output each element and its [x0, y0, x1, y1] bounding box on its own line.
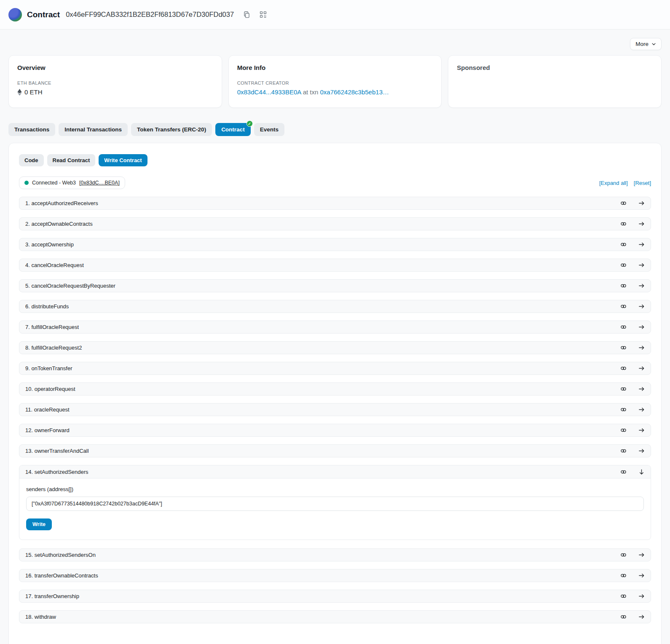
senders-param-label: senders (address[]) [26, 486, 644, 492]
creation-txn-link[interactable]: 0xa7662428c3b5eb13… [320, 88, 389, 96]
function-row-setAuthorizedSendersOn[interactable]: 15. setAuthorizedSendersOn [19, 548, 651, 561]
tab-events[interactable]: Events [254, 123, 284, 136]
function-row-acceptAuthorizedReceivers[interactable]: 1. acceptAuthorizedReceivers [19, 197, 651, 210]
expand-arrow-icon[interactable] [638, 593, 645, 599]
subtab-read-contract[interactable]: Read Contract [47, 154, 96, 166]
function-label: 5. cancelOracleRequestByRequester [25, 283, 115, 289]
permalink-icon[interactable] [620, 345, 627, 351]
expand-all-link[interactable]: [Expand all] [599, 180, 628, 186]
permalink-icon[interactable] [620, 469, 627, 475]
permalink-icon[interactable] [620, 386, 627, 392]
page-content: More Overview ETH BALANCE 0 ETH More Inf… [0, 29, 670, 644]
permalink-icon[interactable] [620, 593, 627, 599]
permalink-icon[interactable] [620, 427, 627, 433]
contract-subtabs: Code Read Contract Write Contract [19, 154, 651, 166]
function-row-cancelOracleRequestByRequester[interactable]: 5. cancelOracleRequestByRequester [19, 279, 651, 292]
function-row-oracleRequest[interactable]: 11. oracleRequest [19, 403, 651, 416]
subtab-code[interactable]: Code [19, 154, 44, 166]
function-label: 10. operatorRequest [25, 386, 75, 392]
permalink-icon[interactable] [620, 572, 627, 579]
permalink-icon[interactable] [620, 448, 627, 454]
reset-link[interactable]: [Reset] [634, 180, 651, 186]
write-button[interactable]: Write [26, 518, 52, 530]
expand-arrow-icon[interactable] [638, 365, 645, 371]
function-row-distributeFunds[interactable]: 6. distributeFunds [19, 300, 651, 313]
expand-arrow-icon[interactable] [638, 324, 645, 330]
expand-arrow-icon[interactable] [638, 552, 645, 558]
eth-balance-label: ETH BALANCE [17, 80, 213, 86]
subtab-write-contract[interactable]: Write Contract [99, 154, 147, 166]
connection-status-text: Connected - Web3 [32, 180, 76, 186]
function-row-acceptOwnableContracts[interactable]: 2. acceptOwnableContracts [19, 217, 651, 230]
function-row-ownerTransferAndCall[interactable]: 13. ownerTransferAndCall [19, 444, 651, 457]
connected-dot-icon [24, 181, 29, 185]
write-function-form: senders (address[]) Write [19, 478, 651, 540]
expand-arrow-icon[interactable] [638, 283, 645, 289]
permalink-icon[interactable] [620, 200, 627, 206]
permalink-icon[interactable] [620, 614, 627, 620]
contract-avatar [8, 8, 22, 21]
permalink-icon[interactable] [620, 303, 627, 310]
permalink-icon[interactable] [620, 552, 627, 558]
expand-arrow-icon[interactable] [638, 386, 645, 392]
tab-transactions[interactable]: Transactions [8, 123, 55, 136]
expand-arrow-icon[interactable] [638, 572, 645, 579]
expand-arrow-icon[interactable] [638, 303, 645, 310]
permalink-icon[interactable] [620, 365, 627, 371]
tab-contract[interactable]: Contract ✓ [215, 123, 251, 136]
function-label: 2. acceptOwnableContracts [25, 221, 93, 227]
qr-code-icon[interactable] [260, 11, 267, 18]
function-row-cancelOracleRequest[interactable]: 4. cancelOracleRequest [19, 259, 651, 272]
expand-arrow-icon[interactable] [638, 345, 645, 351]
expand-arrow-icon[interactable] [638, 406, 645, 413]
function-row-transferOwnership[interactable]: 17. transferOwnership [19, 590, 651, 603]
function-row-setAuthorizedSenders[interactable]: 14. setAuthorizedSenders [19, 465, 651, 478]
function-label: 18. withdraw [25, 614, 56, 620]
expand-arrow-icon[interactable] [638, 614, 645, 620]
function-expanded-setAuthorizedSenders: 14. setAuthorizedSenders senders (addres… [19, 465, 651, 540]
creator-address-link[interactable]: 0x83dC44...4933BE0A [237, 88, 301, 96]
permalink-icon[interactable] [620, 324, 627, 330]
eth-balance-value-row: 0 ETH [17, 88, 213, 96]
function-label: 17. transferOwnership [25, 593, 79, 599]
function-row-withdraw[interactable]: 18. withdraw [19, 610, 651, 623]
tab-internal-transactions[interactable]: Internal Transactions [59, 123, 128, 136]
tab-token-transfers[interactable]: Token Transfers (ERC-20) [131, 123, 212, 136]
status-row: Connected - Web3 [0x83dC....BE0A] [Expan… [19, 176, 651, 189]
permalink-icon[interactable] [620, 241, 627, 248]
overview-card-title: Overview [17, 64, 213, 71]
function-label: 13. ownerTransferAndCall [25, 448, 89, 454]
permalink-icon[interactable] [620, 262, 627, 268]
expand-arrow-icon[interactable] [638, 262, 645, 268]
function-label: 4. cancelOracleRequest [25, 262, 84, 268]
function-label: 8. fulfillOracleRequest2 [25, 345, 82, 351]
copy-icon[interactable] [243, 11, 250, 18]
collapse-arrow-icon[interactable] [638, 469, 645, 475]
permalink-icon[interactable] [620, 406, 627, 413]
expand-arrow-icon[interactable] [638, 427, 645, 433]
function-row-ownerForward[interactable]: 12. ownerForward [19, 424, 651, 437]
overview-card: Overview ETH BALANCE 0 ETH [8, 55, 222, 108]
connected-wallet-link[interactable]: [0x83dC....BE0A] [79, 180, 120, 186]
senders-param-input[interactable] [26, 497, 644, 511]
contract-address: 0x46eFF99CAB332f1B2EB2Ff6813D67e7D30FDd0… [66, 11, 234, 19]
more-row: More [8, 38, 662, 50]
expand-arrow-icon[interactable] [638, 200, 645, 206]
permalink-icon[interactable] [620, 283, 627, 289]
expand-arrow-icon[interactable] [638, 221, 645, 227]
function-row-fulfillOracleRequest[interactable]: 7. fulfillOracleRequest [19, 321, 651, 334]
creator-connector-text: at txn [303, 88, 319, 96]
function-row-onTokenTransfer[interactable]: 9. onTokenTransfer [19, 362, 651, 375]
list-actions: [Expand all] [Reset] [599, 180, 651, 186]
function-row-operatorRequest[interactable]: 10. operatorRequest [19, 382, 651, 395]
contract-panel: Code Read Contract Write Contract Connec… [8, 143, 662, 644]
function-row-acceptOwnership[interactable]: 3. acceptOwnership [19, 238, 651, 251]
permalink-icon[interactable] [620, 221, 627, 227]
main-tabs: Transactions Internal Transactions Token… [8, 123, 662, 136]
more-button[interactable]: More [630, 38, 662, 50]
expand-arrow-icon[interactable] [638, 241, 645, 248]
expand-arrow-icon[interactable] [638, 448, 645, 454]
function-row-transferOwnableContracts[interactable]: 16. transferOwnableContracts [19, 569, 651, 582]
function-row-fulfillOracleRequest2[interactable]: 8. fulfillOracleRequest2 [19, 341, 651, 354]
ethereum-icon [17, 89, 22, 96]
